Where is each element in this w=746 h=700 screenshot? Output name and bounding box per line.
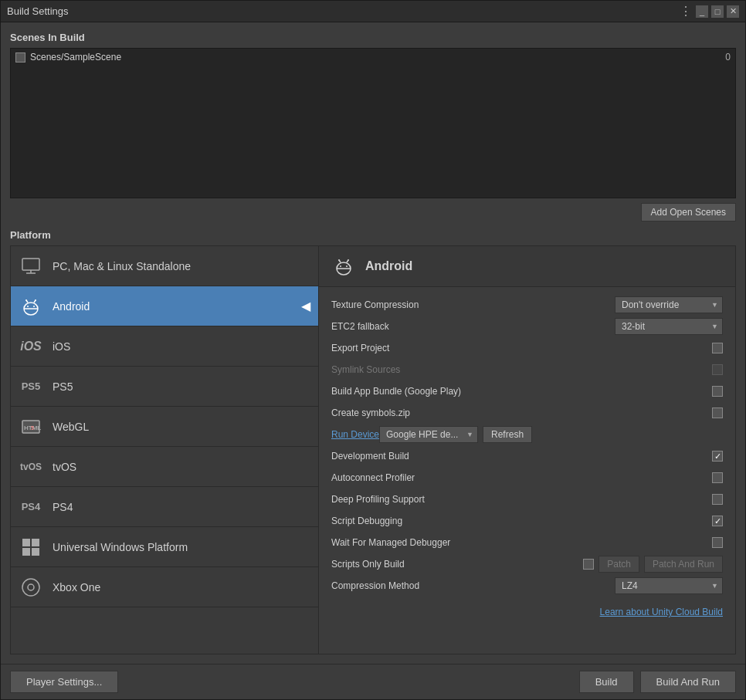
scenes-list: Scenes/SampleScene 0 xyxy=(10,48,736,198)
refresh-button[interactable]: Refresh xyxy=(483,426,532,443)
scripts-only-build-control: Patch Patch And Run xyxy=(583,556,723,573)
patch-button[interactable]: Patch xyxy=(598,556,639,573)
build-settings-panel: Android Texture Compression Don't overri… xyxy=(319,245,736,654)
deep-profiling-control xyxy=(712,494,723,505)
maximize-button[interactable]: □ xyxy=(711,5,724,18)
scene-name: Scenes/SampleScene xyxy=(30,52,121,63)
minimize-button[interactable]: _ xyxy=(696,5,708,18)
patch-and-run-button[interactable]: Patch And Run xyxy=(644,556,723,573)
build-settings-header: Android xyxy=(319,246,735,287)
development-build-checkbox[interactable] xyxy=(712,451,723,462)
platform-item-webgl[interactable]: HTML 5 WebGL xyxy=(11,407,318,447)
titlebar: Build Settings ⋮ _ □ ✕ xyxy=(1,1,745,22)
symlink-sources-label: Symlink Sources xyxy=(331,364,712,375)
platform-item-ios[interactable]: iOS iOS xyxy=(11,326,318,367)
platform-item-ps5[interactable]: PS5 PS5 xyxy=(11,367,318,407)
scene-checkbox[interactable] xyxy=(15,52,25,63)
platform-name-webgl: WebGL xyxy=(53,421,89,433)
wait-managed-debugger-label: Wait For Managed Debugger xyxy=(331,537,712,548)
footer-right: Build Build And Run xyxy=(579,671,736,693)
svg-rect-17 xyxy=(32,548,39,556)
setting-row-texture-compression: Texture Compression Don't override ETC2 … xyxy=(331,295,723,315)
script-debugging-checkbox[interactable] xyxy=(712,516,723,526)
scenes-section: Scenes In Build Scenes/SampleScene 0 Add… xyxy=(10,32,736,221)
development-build-label: Development Build xyxy=(331,451,712,462)
symlink-sources-checkbox[interactable] xyxy=(712,364,723,375)
build-app-bundle-label: Build App Bundle (Google Play) xyxy=(331,386,712,397)
setting-row-autoconnect-profiler: Autoconnect Profiler xyxy=(331,468,723,488)
autoconnect-profiler-checkbox[interactable] xyxy=(712,472,723,483)
cloud-build-row: Learn about Unity Cloud Build xyxy=(331,602,723,622)
texture-compression-label: Texture Compression xyxy=(331,299,615,310)
setting-row-deep-profiling: Deep Profiling Support xyxy=(331,489,723,509)
platform-active-icon: ◀ xyxy=(301,299,310,313)
wait-managed-debugger-checkbox[interactable] xyxy=(712,537,723,548)
setting-row-wait-managed-debugger: Wait For Managed Debugger xyxy=(331,533,723,553)
platform-icon-uwp xyxy=(19,535,43,560)
export-project-checkbox[interactable] xyxy=(712,343,723,353)
etc2-fallback-dropdown-wrapper: 32-bit 16-bit 32-bit (downscaled) xyxy=(615,318,723,335)
platform-item-tvos[interactable]: tvOS tvOS xyxy=(11,447,318,487)
build-button[interactable]: Build xyxy=(579,671,634,693)
texture-compression-control: Don't override ETC2 (GLES 3.0) ASTC xyxy=(615,296,723,313)
svg-point-9 xyxy=(25,299,27,301)
compression-method-select[interactable]: Default LZ4 LZ4HC xyxy=(615,577,723,594)
setting-row-etc2-fallback: ETC2 fallback 32-bit 16-bit 32-bit (down… xyxy=(331,316,723,336)
platform-icon-ps4: PS4 xyxy=(19,495,43,519)
svg-point-23 xyxy=(346,265,348,267)
android-header-icon xyxy=(331,254,356,279)
platform-item-uwp[interactable]: Universal Windows Platform xyxy=(11,527,318,567)
platform-icon-android xyxy=(19,294,43,319)
scene-item: Scenes/SampleScene 0 xyxy=(12,50,734,64)
create-symbols-checkbox[interactable] xyxy=(712,407,723,418)
svg-text:5: 5 xyxy=(31,425,34,431)
script-debugging-label: Script Debugging xyxy=(331,516,712,526)
build-and-run-button[interactable]: Build And Run xyxy=(640,671,736,693)
development-build-control xyxy=(712,451,723,462)
svg-point-22 xyxy=(340,265,341,267)
platform-name-pc: PC, Mac & Linux Standalone xyxy=(53,260,191,272)
add-scenes-row: Add Open Scenes xyxy=(10,203,736,221)
setting-row-script-debugging: Script Debugging xyxy=(331,511,723,531)
platform-item-xbox[interactable]: Xbox One xyxy=(11,567,318,607)
scripts-only-build-checkbox[interactable] xyxy=(583,559,594,570)
svg-point-10 xyxy=(35,299,36,301)
platform-icon-webgl: HTML 5 xyxy=(19,414,43,439)
svg-rect-16 xyxy=(22,548,30,556)
compression-method-control: Default LZ4 LZ4HC xyxy=(615,577,723,594)
platform-list: PC, Mac & Linux Standalone xyxy=(10,245,319,654)
deep-profiling-label: Deep Profiling Support xyxy=(331,494,712,505)
platform-item-pc[interactable]: PC, Mac & Linux Standalone xyxy=(11,246,318,286)
svg-point-6 xyxy=(33,306,35,307)
autoconnect-profiler-control xyxy=(712,472,723,483)
run-device-label[interactable]: Run Device xyxy=(331,429,379,440)
titlebar-controls: ⋮ _ □ ✕ xyxy=(680,4,739,19)
close-button[interactable]: ✕ xyxy=(727,5,739,18)
texture-compression-select[interactable]: Don't override ETC2 (GLES 3.0) ASTC xyxy=(615,296,723,313)
platform-name-tvos: tvOS xyxy=(53,461,76,473)
export-project-label: Export Project xyxy=(331,343,712,353)
platform-item-android[interactable]: Android ◀ xyxy=(11,286,318,326)
titlebar-menu-icon[interactable]: ⋮ xyxy=(680,4,693,19)
svg-rect-15 xyxy=(32,539,39,546)
etc2-fallback-select[interactable]: 32-bit 16-bit 32-bit (downscaled) xyxy=(615,318,723,335)
platform-name-ps4: PS4 xyxy=(53,501,73,513)
platform-build-row: PC, Mac & Linux Standalone xyxy=(10,245,736,654)
scenes-label: Scenes In Build xyxy=(10,32,736,43)
player-settings-button[interactable]: Player Settings... xyxy=(10,671,118,693)
svg-point-19 xyxy=(28,584,34,590)
svg-point-26 xyxy=(338,259,340,261)
cloud-build-link[interactable]: Learn about Unity Cloud Build xyxy=(600,607,723,617)
script-debugging-control xyxy=(712,516,723,526)
platform-item-ps4[interactable]: PS4 PS4 xyxy=(11,487,318,527)
platform-icon-pc xyxy=(19,254,43,279)
svg-point-27 xyxy=(348,259,349,261)
build-app-bundle-control xyxy=(712,386,723,397)
deep-profiling-checkbox[interactable] xyxy=(712,494,723,505)
build-app-bundle-checkbox[interactable] xyxy=(712,386,723,397)
add-open-scenes-button[interactable]: Add Open Scenes xyxy=(641,203,736,221)
run-device-select[interactable]: Google HPE de... xyxy=(379,426,478,443)
platform-icon-tvos: tvOS xyxy=(19,455,43,479)
build-settings-body: Texture Compression Don't override ETC2 … xyxy=(319,287,735,654)
setting-row-symlink-sources: Symlink Sources xyxy=(331,360,723,380)
